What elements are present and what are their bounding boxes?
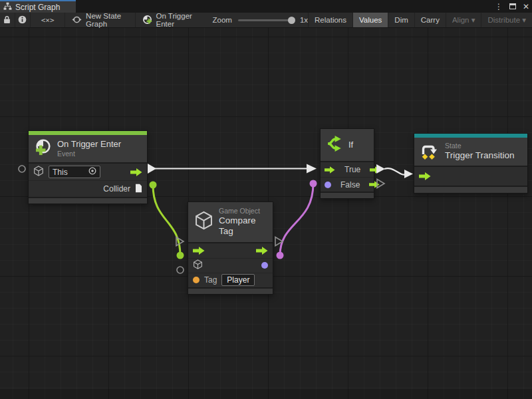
- node-subtitle: Event: [57, 150, 121, 158]
- node-category: State: [445, 142, 515, 150]
- wire-true-to-transition[interactable]: [384, 168, 406, 175]
- values-toggle[interactable]: Values: [352, 13, 388, 27]
- false-label: False: [340, 180, 360, 190]
- current-event-button[interactable]: On Trigger Enter: [136, 13, 203, 27]
- wire-arrowhead-if-in: [307, 164, 317, 174]
- zoom-label: Zoom: [213, 16, 232, 24]
- node-title: If: [348, 140, 353, 150]
- tag-input-port[interactable]: [193, 277, 200, 283]
- dim-toggle[interactable]: Dim: [388, 13, 414, 27]
- code-view-button[interactable]: <×>: [31, 13, 65, 27]
- node-compare-tag[interactable]: Game Object Compare Tag: [188, 201, 273, 295]
- collider-doc-icon[interactable]: [135, 184, 142, 195]
- node-on-trigger-enter[interactable]: On Trigger Enter Event This: [28, 130, 148, 204]
- graph-toolbar: <×> New State Graph On Trigger Enter Zoo…: [0, 13, 532, 28]
- node-title: Trigger Transition: [445, 150, 515, 161]
- port-compare-object-in-connected[interactable]: [177, 252, 184, 259]
- node-trigger-transition[interactable]: State Trigger Transition: [414, 133, 528, 194]
- node-footer: [321, 192, 374, 198]
- false-out-arrow-icon[interactable]: [369, 181, 380, 188]
- flow-in-arrow-icon[interactable]: [193, 247, 205, 255]
- align-dropdown[interactable]: Align ▾: [446, 13, 481, 27]
- distribute-dropdown[interactable]: Distribute ▾: [481, 13, 532, 27]
- node-footer: [414, 186, 527, 193]
- game-object-cube-icon: [33, 166, 44, 178]
- wire-result-to-if-condition[interactable]: [280, 184, 313, 255]
- node-title: On Trigger Enter: [57, 139, 121, 150]
- condition-input-port[interactable]: [325, 182, 331, 188]
- state-graph-icon: [72, 15, 82, 26]
- port-target-in-empty[interactable]: [19, 166, 25, 172]
- target-object-field[interactable]: This: [49, 166, 100, 178]
- lock-button[interactable]: [0, 13, 15, 27]
- window-maximize-icon[interactable]: [509, 3, 516, 9]
- result-output-port[interactable]: [261, 262, 268, 269]
- transition-icon: [420, 140, 440, 163]
- true-out-arrow-icon[interactable]: [370, 166, 380, 174]
- info-button[interactable]: [15, 13, 31, 27]
- zoom-slider-handle[interactable]: [288, 17, 295, 24]
- zoom-slider[interactable]: [238, 19, 294, 21]
- relations-toggle[interactable]: Relations: [308, 13, 352, 27]
- compare-tag-cube-icon: [194, 211, 213, 233]
- carry-toggle[interactable]: Carry: [414, 13, 446, 27]
- zoom-value: 1x: [300, 16, 308, 24]
- tag-value-field[interactable]: Player: [221, 274, 255, 286]
- window-close-icon[interactable]: ✕: [523, 3, 529, 11]
- window-menu-icon[interactable]: ⋮: [495, 3, 503, 11]
- true-label: True: [344, 165, 360, 174]
- tab-script-graph[interactable]: Script Graph: [0, 0, 76, 13]
- collider-output-label: Collider: [103, 184, 130, 194]
- port-if-condition-in-connected[interactable]: [310, 180, 317, 188]
- port-collider-out-connected[interactable]: [150, 182, 157, 189]
- graph-canvas[interactable]: On Trigger Enter Event This: [0, 28, 532, 399]
- event-mini-icon: [142, 15, 152, 26]
- node-footer: [188, 287, 273, 294]
- wire-collider-to-compare-tag[interactable]: [153, 185, 180, 255]
- object-picker-icon[interactable]: [88, 167, 96, 177]
- node-footer: [29, 197, 147, 203]
- node-category: Game Object: [219, 207, 266, 215]
- port-trigger-out-connected[interactable]: [148, 164, 156, 174]
- new-state-graph-button[interactable]: New State Graph: [65, 13, 135, 27]
- game-object-input-cube-icon[interactable]: [193, 259, 203, 271]
- flow-in-arrow-icon[interactable]: [419, 172, 431, 180]
- flow-in-arrow-icon[interactable]: [325, 166, 335, 174]
- trigger-out-arrow-icon[interactable]: [130, 168, 142, 176]
- port-result-out-connected[interactable]: [277, 252, 284, 259]
- port-tag-in-empty[interactable]: [177, 267, 184, 273]
- node-title: Compare Tag: [219, 215, 266, 237]
- info-icon: [18, 15, 27, 25]
- window-tab-bar: Script Graph ⋮ ✕: [0, 0, 532, 13]
- if-branch-icon: [326, 135, 343, 155]
- node-if[interactable]: If True False: [320, 128, 374, 199]
- wire-arrowhead-transition-in: [404, 170, 413, 178]
- port-compare-flow-out-empty[interactable]: [275, 237, 283, 246]
- script-graph-icon: [3, 2, 12, 13]
- tag-label: Tag: [204, 275, 217, 285]
- code-icon: <×>: [41, 16, 55, 25]
- flow-out-arrow-icon[interactable]: [256, 247, 268, 255]
- on-trigger-enter-icon: [34, 138, 52, 159]
- lock-icon: [3, 15, 11, 25]
- port-compare-flow-in-empty[interactable]: [176, 237, 184, 246]
- tab-title: Script Graph: [15, 3, 60, 12]
